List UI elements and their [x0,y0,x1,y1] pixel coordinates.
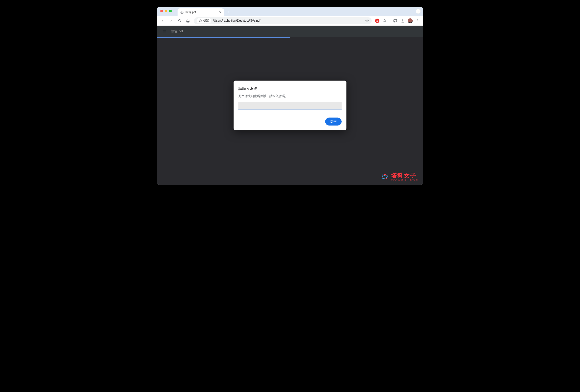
home-button[interactable] [184,17,192,24]
bookmark-star-icon[interactable] [365,19,369,23]
cast-button[interactable] [392,17,399,24]
password-input[interactable] [238,102,342,110]
tab-title: 報告.pdf [185,10,217,14]
watermark-logo-icon [381,173,389,181]
avatar-icon [408,18,413,23]
password-dialog: 請輸入密碼 此文件受到密碼保護，請輸入密碼。 提交 [234,81,346,130]
submit-button[interactable]: 提交 [325,118,342,126]
info-icon [199,19,202,22]
chrome-menu-button[interactable] [415,17,421,24]
address-bar[interactable]: 檔案 /Users/racheljian/Desktop/報告.pdf [194,17,372,24]
svg-point-8 [382,175,383,175]
toolbar-separator [390,19,390,23]
tab-strip: 報告.pdf [157,7,423,16]
svg-point-3 [418,19,418,20]
back-button[interactable] [159,17,166,24]
file-origin-label: 檔案 [203,19,209,22]
url-text: /Users/racheljian/Desktop/報告.pdf [213,19,363,23]
forward-button[interactable] [167,17,175,24]
browser-window: 報告.pdf 檔案 /User [157,7,423,185]
reload-button[interactable] [176,17,183,24]
profile-button[interactable] [407,17,414,24]
file-origin-chip[interactable]: 檔案 [197,18,211,23]
dialog-actions: 提交 [238,118,342,126]
extension-button-1[interactable]: S [374,17,381,24]
window-close-button[interactable] [160,10,163,12]
watermark-text-en: www.tech-girlz.com [391,179,418,181]
dialog-message: 此文件受到密碼保護，請輸入密碼。 [238,94,342,98]
pdf-viewer: 報告.pdf 請輸入密碼 此文件受到密碼保護，請輸入密碼。 提交 塔科女子 ww… [157,26,423,185]
tab-search-button[interactable] [416,9,421,14]
extension-red-icon: S [375,19,379,23]
puzzle-icon [383,19,387,23]
progress-bar-fill [157,37,290,38]
pdf-menu-button[interactable] [162,29,166,34]
kebab-icon [416,19,420,23]
svg-rect-2 [394,19,397,22]
browser-toolbar: 檔案 /Users/racheljian/Desktop/報告.pdf S [157,16,423,26]
pdf-toolbar: 報告.pdf [157,26,423,37]
browser-tab[interactable]: 報告.pdf [177,8,224,16]
window-controls [160,10,172,12]
watermark: 塔科女子 www.tech-girlz.com [381,173,418,181]
dialog-title: 請輸入密碼 [238,86,342,91]
hamburger-icon [162,29,166,33]
cast-icon [393,19,397,23]
window-maximize-button[interactable] [169,10,172,12]
pdf-load-progress [157,37,423,38]
download-icon [401,19,405,23]
close-tab-icon[interactable] [219,11,222,14]
downloads-button[interactable] [399,17,406,24]
globe-icon [180,10,184,14]
svg-point-5 [418,21,418,22]
window-minimize-button[interactable] [165,10,167,12]
svg-point-4 [418,20,418,21]
new-tab-button[interactable] [226,9,232,15]
extensions-button[interactable] [381,17,388,24]
pdf-filename: 報告.pdf [171,29,183,33]
watermark-text-cn: 塔科女子 [391,173,418,179]
